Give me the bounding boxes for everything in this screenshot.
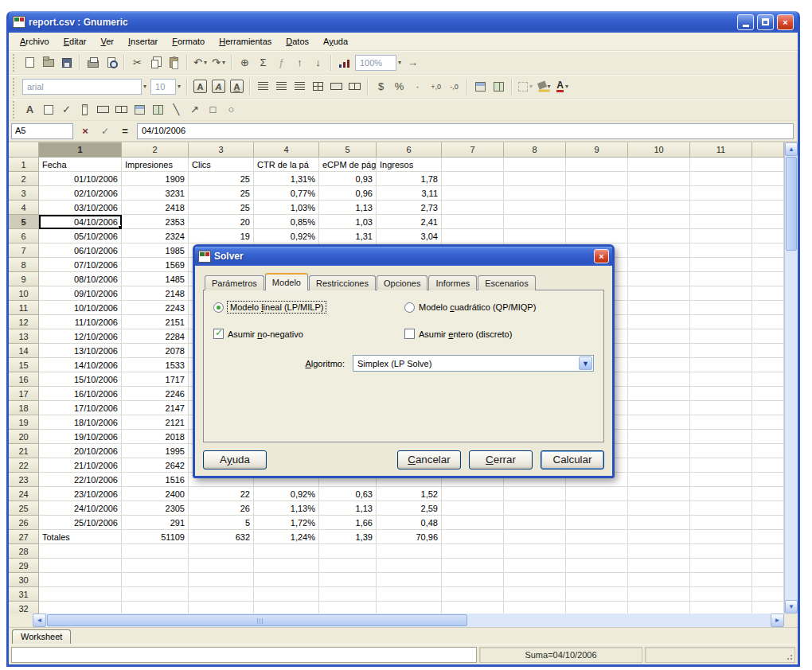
row-header-23[interactable]: 23 [9,473,39,487]
row-header-18[interactable]: 18 [9,401,39,415]
cell[interactable]: eCPM de pág [319,158,377,172]
cell[interactable] [752,344,784,358]
fill-color-button[interactable]: ▾ [535,77,553,95]
cell[interactable] [752,258,784,272]
cell[interactable] [442,229,504,243]
cell[interactable]: 10/10/2006 [39,301,122,315]
cell[interactable] [628,186,690,201]
column-header-6[interactable]: 6 [377,142,442,158]
cell[interactable] [752,516,784,530]
font-name-combo[interactable]: arial [22,79,142,95]
cell[interactable] [504,516,566,530]
cell[interactable]: 2,41 [377,215,442,229]
cell[interactable] [122,602,189,614]
menu-archivo[interactable]: Archivo [14,34,56,49]
row-header-6[interactable]: 6 [9,229,39,243]
column-header-9[interactable]: 9 [566,142,628,158]
cell[interactable]: 17/10/2006 [39,401,122,415]
cell[interactable] [690,544,752,559]
cell[interactable] [752,401,784,415]
cell[interactable] [690,301,752,315]
cell[interactable] [752,487,784,501]
open-file-button[interactable] [39,53,57,72]
cell[interactable] [690,415,752,430]
cell[interactable]: 22 [189,487,254,501]
cell[interactable] [504,501,566,516]
undo-button[interactable]: ↶▾ [191,53,209,72]
cell[interactable]: 1,39 [319,530,377,544]
format-money-button[interactable]: $ [372,77,390,95]
cell[interactable] [566,229,628,243]
cell[interactable]: 01/10/2006 [39,172,122,186]
sheet-tab-worksheet[interactable]: Worksheet [12,629,71,644]
cell[interactable]: 51109 [122,530,189,544]
radio-off-icon[interactable] [404,302,415,313]
cell[interactable]: 19 [189,229,254,243]
toolbar-grip[interactable] [13,101,18,119]
cell[interactable] [690,473,752,487]
cell[interactable] [319,559,377,573]
cell[interactable]: 1,66 [319,516,377,530]
format-percent-button[interactable]: % [390,77,408,95]
checkbox-integer[interactable]: Asumir entero (discreto) [404,329,512,339]
font-color-button[interactable]: A▾ [553,77,572,95]
menu-formato[interactable]: Formato [166,34,211,49]
horizontal-scroll-track[interactable] [46,614,771,627]
close-button[interactable]: × [777,14,794,30]
cell[interactable]: Impresiones [122,158,189,172]
cell[interactable] [628,172,690,186]
cell[interactable] [39,559,122,573]
cell[interactable] [628,544,690,559]
cell[interactable] [628,501,690,516]
cell[interactable]: 1485 [122,272,189,286]
solver-close-button[interactable]: × [594,249,609,263]
insert-slider-button[interactable] [112,100,131,119]
cell[interactable] [690,358,752,372]
print-button[interactable] [84,53,102,72]
cell[interactable]: 21/10/2006 [39,458,122,473]
function-button[interactable]: ƒ [272,53,291,72]
cell[interactable]: 06/10/2006 [39,243,122,258]
cell[interactable]: 15/10/2006 [39,372,122,387]
zoom-combo[interactable]: 100% [355,55,396,71]
bold-button[interactable]: A [191,77,209,95]
cell[interactable] [690,372,752,387]
cell[interactable]: 70,96 [377,530,442,544]
help-button[interactable]: Ayuda [203,450,267,469]
insert-combo-button[interactable] [149,100,167,119]
sort-descending-button[interactable]: ↓ [309,53,327,72]
align-right-button[interactable] [291,77,309,95]
paste-button[interactable] [165,53,183,72]
cell[interactable]: 13/10/2006 [39,344,122,358]
cell[interactable]: 05/10/2006 [39,229,122,243]
menu-ver[interactable]: Ver [94,34,120,49]
cell[interactable] [752,430,784,444]
row-header-25[interactable]: 25 [9,501,39,516]
cell[interactable] [752,573,784,587]
cell[interactable]: 0,85% [254,215,319,229]
cell[interactable]: 1909 [122,172,189,186]
row-header-21[interactable]: 21 [9,444,39,458]
format-thousands-button[interactable]: · [408,77,427,95]
cell[interactable] [566,186,628,201]
row-header-16[interactable]: 16 [9,372,39,387]
cell[interactable] [504,158,566,172]
cell[interactable] [442,186,504,201]
cell[interactable]: 3231 [122,186,189,201]
row-header-8[interactable]: 8 [9,258,39,272]
cell[interactable]: CTR de la pá [254,158,319,172]
insert-checkbox-button[interactable]: ✓ [57,100,76,119]
cell[interactable] [690,430,752,444]
cell[interactable] [254,602,319,614]
cell[interactable] [628,229,690,243]
column-header-partial[interactable] [752,142,784,158]
insert-frame-button[interactable] [39,100,57,119]
cell[interactable]: 2151 [122,315,189,329]
cell[interactable]: 1717 [122,372,189,387]
cell[interactable] [189,573,254,587]
cell[interactable]: 2148 [122,286,189,301]
cell[interactable] [628,473,690,487]
cell[interactable] [122,573,189,587]
horizontal-scroll-track-rest[interactable] [468,614,771,627]
radio-linear-model[interactable]: Modelo lineal (LP/MILP) [213,302,404,313]
